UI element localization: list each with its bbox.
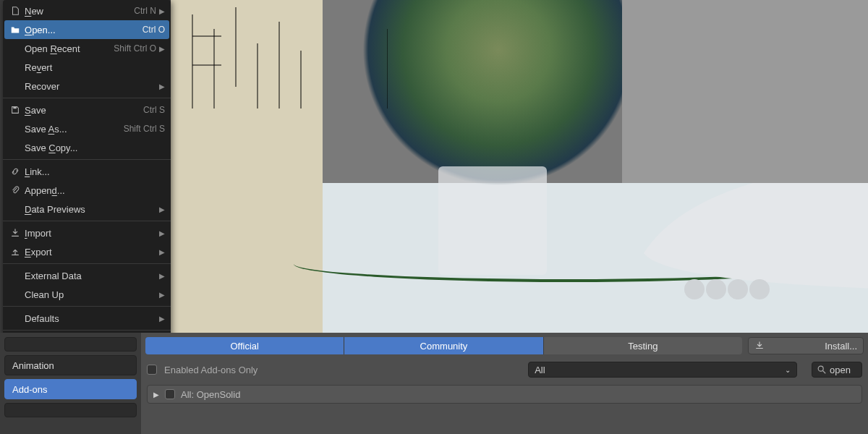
- sidebar-item-partial-top[interactable]: [4, 337, 137, 352]
- menu-item[interactable]: Save Copy...: [3, 138, 171, 157]
- menu-item[interactable]: Revert: [3, 58, 171, 77]
- menu-item-label: Export: [22, 247, 156, 258]
- disclosure-triangle-icon[interactable]: ▶: [153, 391, 159, 399]
- shuttle-mesh: [622, 130, 868, 318]
- wireframe-overlay: [171, 0, 388, 109]
- addon-source-segmented: Official Community Testing: [145, 337, 742, 354]
- menu-separator: [3, 98, 171, 98]
- addon-enable-checkbox[interactable]: [165, 389, 175, 399]
- addon-filter-row: Enabled Add-ons Only All ⌄ open: [141, 359, 868, 382]
- preferences-main: Official Community Testing Install... En…: [141, 333, 868, 434]
- preferences-sidebar: Animation Add-ons: [0, 333, 141, 434]
- submenu-arrow-icon: ▶: [159, 45, 165, 53]
- submenu-arrow-icon: ▶: [159, 82, 165, 90]
- menu-item[interactable]: Open...Ctrl O: [4, 20, 169, 39]
- menu-item[interactable]: Import▶: [3, 224, 171, 242]
- menu-item[interactable]: External Data▶: [3, 266, 171, 285]
- menu-item[interactable]: Export▶: [3, 242, 171, 261]
- preferences-panel: Animation Add-ons Official Community Tes…: [0, 333, 868, 434]
- sidebar-item-label: Animation: [12, 360, 54, 371]
- menu-separator: [3, 221, 171, 221]
- submenu-arrow-icon: ▶: [159, 272, 165, 280]
- sidebar-item-label: Add-ons: [12, 384, 47, 395]
- submenu-arrow-icon: ▶: [159, 248, 165, 256]
- forklift-mesh: [438, 166, 547, 275]
- menu-item-shortcut: Shift Ctrl S: [124, 124, 165, 134]
- tab-official[interactable]: Official: [145, 337, 344, 354]
- menu-item-label: Append...: [22, 185, 165, 196]
- addon-source-row: Official Community Testing Install...: [141, 333, 868, 359]
- download-icon: [754, 341, 765, 351]
- menu-item[interactable]: Open RecentShift Ctrl O▶: [3, 39, 171, 58]
- addon-category-dropdown[interactable]: All ⌄: [528, 362, 797, 378]
- menu-item-label: Save Copy...: [22, 142, 165, 153]
- tab-testing[interactable]: Testing: [544, 337, 742, 354]
- menu-item-shortcut: Shift Ctrl O: [114, 43, 156, 54]
- sidebar-item-partial-bottom[interactable]: [4, 403, 137, 417]
- menu-item-label: Open Recent: [22, 43, 114, 54]
- addon-search-input[interactable]: open: [812, 362, 862, 378]
- menu-item-label: Recover: [22, 81, 156, 92]
- menu-item-label: Save As...: [22, 124, 124, 135]
- menu-item-shortcut: Ctrl O: [142, 25, 165, 35]
- menu-separator: [3, 330, 171, 331]
- install-addon-button[interactable]: Install...: [748, 337, 864, 354]
- dropdown-value: All: [535, 365, 545, 375]
- search-value: open: [830, 365, 851, 375]
- menu-item-label: Import: [22, 228, 156, 239]
- menu-item[interactable]: Append...: [3, 181, 171, 200]
- svg-point-24: [728, 279, 748, 299]
- menu-item-label: Save: [22, 105, 143, 116]
- menu-item[interactable]: SaveCtrl S: [3, 101, 171, 119]
- menu-item-label: Link...: [22, 166, 165, 177]
- menu-item[interactable]: Data Previews▶: [3, 200, 171, 218]
- tab-label: Community: [420, 341, 468, 352]
- submenu-arrow-icon: ▶: [159, 315, 165, 323]
- menu-item[interactable]: Save As...Shift Ctrl S: [3, 119, 171, 138]
- folder-icon: [9, 25, 22, 35]
- export-icon: [9, 247, 22, 257]
- submenu-arrow-icon: ▶: [159, 291, 165, 299]
- sidebar-item-addons[interactable]: Add-ons: [4, 379, 137, 399]
- menu-separator: [3, 263, 171, 264]
- svg-point-29: [818, 366, 823, 371]
- menu-item-label: External Data: [22, 271, 156, 281]
- menu-item-label: New: [22, 6, 134, 17]
- sidebar-item-animation[interactable]: Animation: [4, 355, 137, 375]
- chevron-down-icon: ⌄: [785, 366, 791, 374]
- install-button-label: Install...: [769, 341, 857, 352]
- menu-item-shortcut: Ctrl N: [134, 6, 156, 16]
- menu-item[interactable]: Link...: [3, 162, 171, 181]
- tab-community[interactable]: Community: [344, 337, 543, 354]
- menu-item-label: Revert: [22, 62, 165, 73]
- svg-point-23: [706, 279, 726, 299]
- link-icon: [9, 166, 22, 176]
- menu-item-shortcut: Ctrl S: [143, 105, 165, 115]
- menu-separator: [3, 159, 171, 160]
- clip-icon: [9, 185, 22, 195]
- addon-list-item[interactable]: ▶ All: OpenSolid: [147, 385, 862, 404]
- svg-rect-26: [13, 107, 16, 109]
- menu-item[interactable]: Clean Up▶: [3, 285, 171, 304]
- submenu-arrow-icon: ▶: [159, 7, 165, 15]
- svg-line-30: [823, 371, 826, 374]
- enabled-only-label: Enabled Add-ons Only: [164, 365, 258, 375]
- submenu-arrow-icon: ▶: [159, 229, 165, 237]
- menu-item-label: Data Previews: [22, 204, 156, 215]
- svg-point-22: [684, 279, 705, 299]
- menu-item[interactable]: Recover▶: [3, 77, 171, 95]
- enabled-only-checkbox[interactable]: [147, 365, 157, 375]
- menu-item-label: Defaults: [22, 313, 156, 324]
- import-icon: [9, 228, 22, 238]
- tab-label: Official: [230, 341, 259, 352]
- 3d-viewport[interactable]: [171, 0, 868, 333]
- svg-point-25: [749, 279, 770, 299]
- addon-name-label: All: OpenSolid: [181, 389, 240, 400]
- save-icon: [9, 105, 22, 115]
- tab-label: Testing: [628, 341, 658, 352]
- menu-item-label: Clean Up: [22, 289, 156, 300]
- file-menu[interactable]: NewCtrl N▶Open...Ctrl OOpen RecentShift …: [3, 0, 171, 353]
- menu-item[interactable]: Defaults▶: [3, 309, 171, 328]
- menu-item[interactable]: NewCtrl N▶: [3, 1, 171, 20]
- menu-item-label: Open...: [22, 25, 142, 35]
